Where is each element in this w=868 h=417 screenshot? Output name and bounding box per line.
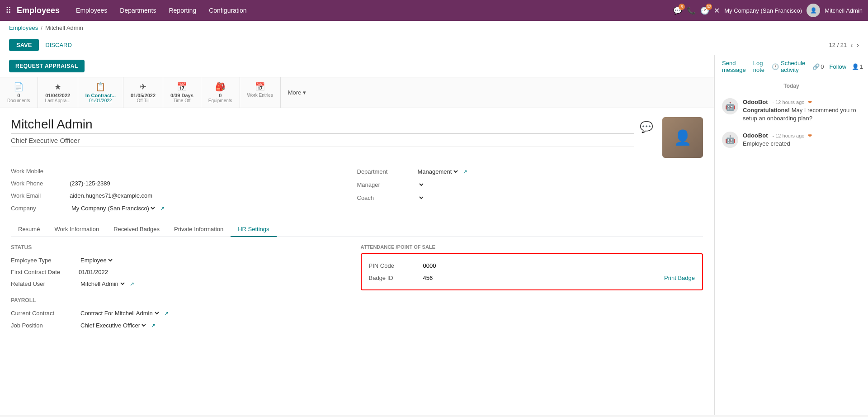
current-contract-select[interactable]: Contract For Mitchell Admin [79, 309, 160, 317]
current-contract-select-wrap: Contract For Mitchell Admin ↗ [79, 309, 354, 317]
print-badge-button[interactable]: Print Badge [664, 275, 695, 281]
job-position-row: Job Position Chief Executive Officer ↗ [11, 319, 354, 332]
off-till-button[interactable]: ✈ 01/05/2022 Off Till [123, 77, 163, 108]
chat-badge: 5 [679, 4, 685, 10]
work-mobile-value[interactable] [70, 168, 357, 175]
more-button[interactable]: More ▾ [281, 77, 314, 108]
coach-row: Coach [357, 191, 703, 204]
msg-text-0: Congratulations! May I recommend you to … [743, 106, 861, 123]
job-position-ext-link-icon[interactable]: ↗ [151, 322, 156, 329]
company-select-wrap: My Company (San Francisco) ↗ [70, 204, 357, 212]
documents-button[interactable]: 📄 0 Documents [0, 77, 38, 108]
employee-name: Mitchell Admin [11, 117, 634, 134]
related-user-select-wrap: Mitchell Admin ↗ [79, 280, 354, 288]
schedule-activity-button[interactable]: 🕐 Schedule activity [772, 60, 805, 73]
hr-settings-columns: Status Employee Type Employee First Cont… [11, 244, 703, 332]
payroll-section-title: Payroll [11, 297, 354, 303]
job-position-select-wrap: Chief Executive Officer ↗ [79, 322, 354, 329]
work-mobile-row: Work Mobile [11, 165, 357, 177]
time-off-count: 0/39 Days [170, 93, 193, 98]
manager-select-wrap [416, 181, 703, 189]
tab-received-badges[interactable]: Received Badges [106, 222, 167, 237]
pin-code-input[interactable] [423, 262, 459, 269]
nav-configuration[interactable]: Configuration [203, 5, 252, 16]
contract-status: In Contract... [85, 93, 116, 98]
send-message-button[interactable]: Send message [722, 60, 746, 73]
phone-icon[interactable]: 📞 [687, 6, 696, 15]
related-user-select[interactable]: Mitchell Admin [79, 280, 126, 288]
equipments-count: 0 [219, 93, 222, 98]
pin-code-value [423, 262, 695, 269]
save-button[interactable]: SAVE [9, 39, 39, 51]
company-select[interactable]: My Company (San Francisco) [70, 204, 156, 212]
pagination: 12 / 21 ‹ › [829, 41, 859, 49]
work-mobile-input[interactable] [70, 168, 357, 175]
nav-employees[interactable]: Employees [71, 5, 113, 16]
equipment-icon: 🎒 [215, 82, 225, 92]
msg-text-1: Employee created [743, 140, 861, 148]
tab-resume[interactable]: Resumé [11, 222, 47, 237]
work-phone-input[interactable] [70, 180, 357, 187]
tab-private-information[interactable]: Private Information [167, 222, 231, 237]
tab-work-information[interactable]: Work Information [47, 222, 106, 237]
work-entries-button[interactable]: 📅 Work Entries [240, 77, 281, 108]
company-label: Company [11, 205, 70, 212]
main-layout: REQUEST APPRAISAL 📄 0 Documents ★ 01/04/… [0, 55, 868, 415]
nav-departments[interactable]: Departments [114, 5, 161, 16]
manager-row: Manager [357, 178, 703, 191]
attendance-box: PIN Code Badge ID Print Badge [361, 253, 703, 290]
odoobot-avatar-1: 🤖 [722, 132, 738, 148]
equipments-button[interactable]: 🎒 0 Equipments [201, 77, 240, 108]
discard-button[interactable]: DISCARD [45, 42, 72, 48]
request-appraisal-button[interactable]: REQUEST APPRAISAL [9, 60, 85, 72]
calendar-icon: 📅 [177, 82, 187, 92]
msg-time-0: - 12 hours ago [772, 100, 804, 105]
log-note-button[interactable]: Log note [753, 60, 764, 73]
department-select[interactable]: Management [416, 168, 459, 175]
close-icon[interactable]: ✕ [714, 6, 720, 15]
coach-select-wrap [416, 194, 703, 202]
contract-button[interactable]: 📋 In Contract... 01/01/2022 [78, 77, 123, 108]
chatter-meta: 🔗 0 Follow 👤 1 [812, 63, 863, 70]
apps-icon[interactable]: ⠿ [5, 5, 11, 15]
manager-select[interactable] [416, 181, 425, 189]
contract-ext-link-icon[interactable]: ↗ [164, 310, 169, 317]
manager-label: Manager [357, 181, 416, 188]
equipments-label: Equipments [208, 98, 232, 103]
chat-icon[interactable]: 💬 5 [673, 6, 682, 15]
tabs-bar: Resumé Work Information Received Badges … [11, 222, 703, 237]
badge-id-input[interactable] [423, 275, 450, 281]
breadcrumb-parent[interactable]: Employees [9, 24, 38, 31]
chat-bubble-icon[interactable]: 💬 [640, 121, 653, 133]
tab-hr-settings[interactable]: HR Settings [231, 222, 276, 237]
prev-button[interactable]: ‹ [850, 41, 853, 49]
more-chevron-icon: ▾ [303, 89, 306, 96]
members-icon: 👤 [852, 63, 859, 70]
smart-buttons: 📄 0 Documents ★ 01/04/2022 Last Appra...… [0, 77, 714, 108]
employee-type-select-wrap: Employee [79, 256, 354, 264]
job-position-select[interactable]: Chief Executive Officer [79, 322, 147, 329]
appraisal-button[interactable]: ★ 01/04/2022 Last Appra... [38, 77, 78, 108]
company-ext-link-icon[interactable]: ↗ [160, 205, 165, 212]
work-mobile-label: Work Mobile [11, 168, 70, 175]
dept-ext-link-icon[interactable]: ↗ [463, 169, 467, 175]
work-phone-label: Work Phone [11, 180, 70, 187]
msg-bold-0: Congratulations! [743, 107, 790, 114]
related-user-ext-link-icon[interactable]: ↗ [130, 281, 134, 287]
work-email-input[interactable] [70, 192, 357, 199]
nav-reporting[interactable]: Reporting [163, 5, 202, 16]
employee-type-select[interactable]: Employee [79, 256, 114, 264]
time-off-button[interactable]: 📅 0/39 Days Time Off [163, 77, 201, 108]
first-contract-date-value: 01/01/2022 [79, 269, 354, 275]
clock-icon[interactable]: 🕐 32 [700, 6, 709, 15]
odoobot-avatar-0: 🤖 [722, 98, 738, 114]
coach-select[interactable] [416, 194, 425, 202]
off-till-label: Off Till [137, 98, 149, 103]
follow-button[interactable]: Follow [830, 63, 847, 70]
department-select-wrap: Management ↗ [416, 168, 703, 175]
next-button[interactable]: › [857, 41, 859, 49]
pin-code-row: PIN Code [369, 260, 695, 272]
status-section-title: Status [11, 244, 354, 251]
chatter-message-1: 🤖 OdooBot - 12 hours ago ❤ Employee crea… [715, 127, 868, 152]
employee-type-label: Employee Type [11, 257, 79, 264]
